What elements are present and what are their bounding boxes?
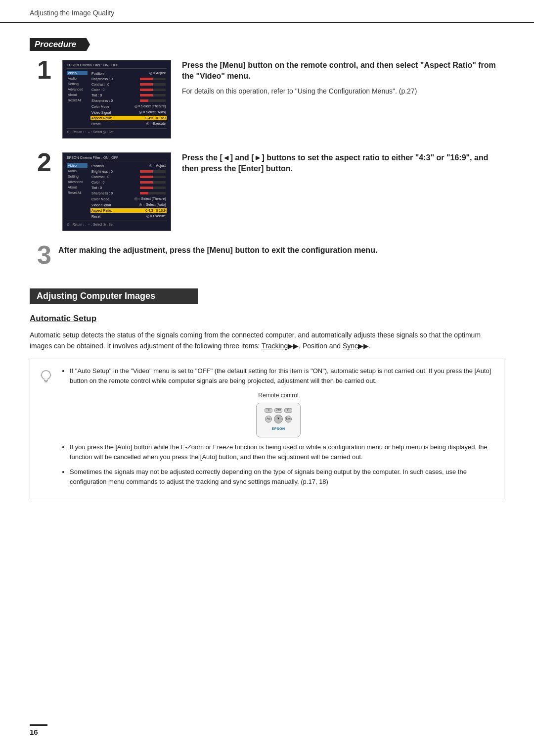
lightbulb-icon	[37, 368, 55, 386]
note-bullet-2: If you press the [Auto] button while the…	[70, 442, 495, 462]
menu-item-resetall: Reset All	[67, 98, 88, 102]
screen-row-colormode: Color Mode◎ = Select [Theatre]	[90, 104, 167, 109]
s2-row-reset: Reset◎ = Execute	[90, 214, 167, 219]
step-2-number: 2	[30, 149, 51, 175]
note-bullet-1: If "Auto Setup" in the "Video" menu is s…	[70, 366, 495, 386]
remote-auto-btn: Au	[265, 416, 272, 423]
s2-menu-audio: Audio	[67, 169, 88, 173]
screen-footer-1: ⊙ : Return ↕ : ↔ : Select ◎ : Set	[67, 128, 167, 134]
svg-line-4	[42, 372, 43, 373]
screen-footer-2: ⊙ : Return ↕ : ↔ : Select ◎ : Set	[67, 221, 167, 227]
remote-nav-circle: ▼	[274, 415, 283, 424]
menu-item-audio: Audio	[67, 76, 88, 81]
step-3-heading: After making the adjustment, press the […	[58, 246, 377, 254]
step-1-text: Press the [Menu] button on the remote co…	[182, 60, 504, 96]
step-2-heading: Press the [◄] and [►] buttons to set the…	[182, 152, 504, 175]
remote-esc-btn: Esc	[285, 416, 292, 423]
screen-row-contrast: Contrast : 0	[90, 82, 167, 87]
screen-row-brightness: Brightness : 0	[90, 77, 167, 81]
section-heading-adjusting: Adjusting Computer Images	[30, 288, 198, 304]
s2-row-colormode: Color Mode◎ = Select [Theatre]	[90, 196, 167, 201]
step-3-row: 3 After making the adjustment, press the…	[30, 245, 504, 268]
step-2-row: 2 EPSON Cinema Filter : ON : OFF Video A…	[30, 152, 504, 231]
screen-row-aspectratio: Aspect Ratio:0 4:3 0 16:9	[90, 116, 167, 120]
s2-row-contrast: Contrast : 0	[90, 175, 167, 179]
remote-top-row: ◄ Enter ►	[265, 408, 292, 413]
remote-left-btn: ◄	[265, 408, 272, 413]
step-1-sub: For details on this operation, refer to …	[182, 86, 504, 96]
step-1-row: 1 EPSON Cinema Filter : ON : OFF Video A…	[30, 60, 504, 139]
screen-filter-row: EPSON Cinema Filter : ON : OFF	[67, 63, 167, 69]
remote-center-row: Au ▼ Esc	[265, 415, 292, 424]
step-3-text: After making the adjustment, press the […	[58, 245, 504, 256]
step-1-number: 1	[30, 57, 51, 83]
step-1-heading: Press the [Menu] button on the remote co…	[182, 60, 504, 82]
header-title: Adjusting the Image Quality	[30, 9, 114, 17]
s2-row-videosignal: Video Signal◎ = Select [Auto]	[90, 202, 167, 207]
s2-row-position: Position◎ = Adjust	[90, 163, 167, 168]
s2-menu-about: About	[67, 185, 88, 189]
epson-brand-logo: EPSON	[271, 426, 285, 432]
procedure-label: Procedure	[30, 38, 90, 51]
page-header: Adjusting the Image Quality	[0, 0, 534, 23]
screen2-filter-row: EPSON Cinema Filter : ON : OFF	[67, 156, 167, 161]
s2-row-tint: Tint : 0	[90, 186, 167, 190]
remote-image: ◄ Enter ► Au ▼ Esc EPSON	[256, 403, 301, 437]
screen-row-videosignal: Video Signal◎ = Select [Auto]	[90, 110, 167, 115]
screen-row-color: Color : 0	[90, 88, 167, 92]
s2-row-sharpness: Sharpness : 0	[90, 191, 167, 195]
s2-menu-setting: Setting	[67, 174, 88, 179]
s2-menu-resetall: Reset All	[67, 190, 88, 195]
remote-enter-btn: Enter	[274, 408, 282, 413]
s2-row-aspectratio: Aspect Ratio:0 4:3 0 16:9	[90, 208, 167, 213]
s2-row-color: Color : 0	[90, 180, 167, 185]
menu-item-about: About	[67, 93, 88, 97]
note-box: If "Auto Setup" in the "Video" menu is s…	[30, 359, 504, 499]
screen-row-reset: Reset◎ = Execute	[90, 121, 167, 126]
step-2-text: Press the [◄] and [►] buttons to set the…	[182, 152, 504, 179]
remote-diagram: Remote control ◄ Enter ► Au ▼ Esc EPS	[62, 391, 495, 437]
page-number: 16	[30, 728, 47, 736]
note-content: If "Auto Setup" in the "Video" menu is s…	[62, 366, 495, 492]
screen-row-position: Position◎ = Adjust	[90, 71, 167, 76]
remote-label: Remote control	[258, 391, 298, 400]
step-3-number: 3	[30, 242, 51, 268]
note-bullet-3: Sometimes the signals may not be adjuste…	[70, 467, 495, 487]
menu-item-setting: Setting	[67, 82, 88, 86]
screen-row-tint: Tint : 0	[90, 93, 167, 97]
svg-line-5	[49, 372, 50, 373]
automatic-setup-heading: Automatic Setup	[30, 314, 504, 324]
page-number-block: 16	[30, 724, 47, 736]
menu-item-video: Video	[67, 71, 88, 75]
tracking-word: Tracking	[262, 342, 288, 350]
remote-right-btn: ►	[284, 408, 292, 413]
sync-word: Sync	[343, 342, 358, 350]
step-2-screen: EPSON Cinema Filter : ON : OFF Video Aud…	[62, 152, 171, 231]
s2-menu-video: Video	[67, 163, 88, 168]
automatic-setup-body: Automatic setup detects the status of th…	[30, 330, 504, 352]
screen-row-sharpness: Sharpness : 0	[90, 98, 167, 103]
menu-item-advanced: Advanced	[67, 87, 88, 92]
s2-menu-advanced: Advanced	[67, 180, 88, 184]
step-1-screen: EPSON Cinema Filter : ON : OFF Video Aud…	[62, 60, 171, 139]
s2-row-brightness: Brightness : 0	[90, 169, 167, 174]
